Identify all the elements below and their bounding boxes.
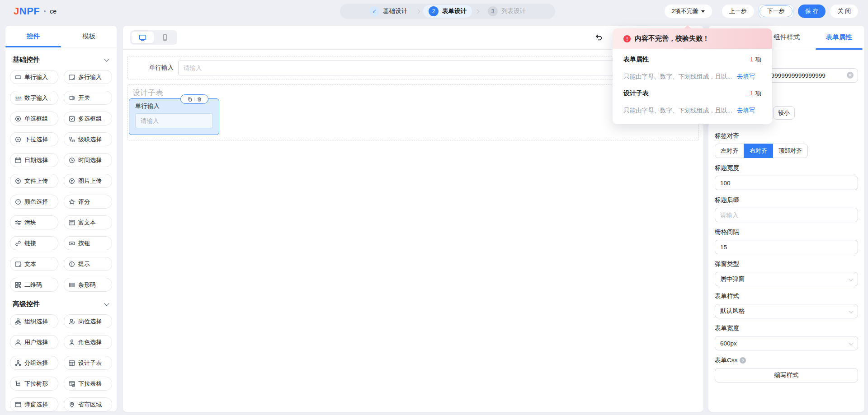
control-item-tree[interactable]: 下拉树形 bbox=[10, 377, 58, 391]
validation-group: 设计子表1项只能由字母、数字、下划线组成，且以...去填写 bbox=[623, 85, 761, 119]
control-item-button[interactable]: 按钮 bbox=[64, 236, 112, 250]
go-fill-link[interactable]: 去填写 bbox=[737, 73, 755, 81]
property-select[interactable]: 默认风格 bbox=[715, 304, 858, 318]
control-item-input[interactable]: 单行输入 bbox=[10, 70, 58, 84]
caret-down-icon bbox=[701, 10, 705, 13]
control-item-calendar[interactable]: 日期选择 bbox=[10, 153, 58, 167]
chevron-down-icon bbox=[849, 308, 854, 313]
step-2[interactable]: 2表单设计 bbox=[423, 5, 472, 18]
edit-css-button[interactable]: 编写样式 bbox=[715, 368, 858, 382]
property-select[interactable]: 600px bbox=[715, 336, 858, 350]
prev-step-button[interactable]: 上一步 bbox=[722, 5, 754, 18]
image-upload-icon bbox=[68, 177, 75, 185]
desktop-view-button[interactable] bbox=[132, 32, 154, 43]
textarea-icon bbox=[68, 74, 75, 81]
tab-form-properties[interactable]: 表单属性 bbox=[826, 26, 852, 49]
tree-icon bbox=[14, 380, 22, 387]
property-input[interactable] bbox=[715, 208, 858, 222]
control-item-number[interactable]: 123数字输入 bbox=[10, 91, 58, 105]
selected-subtable-field[interactable]: 单行输入 bbox=[129, 98, 219, 135]
control-item-clock[interactable]: 时间选择 bbox=[64, 153, 112, 167]
checkbox-icon bbox=[68, 115, 75, 122]
control-item-qrcode[interactable]: 二维码 bbox=[10, 278, 58, 292]
control-item-user[interactable]: 用户选择 bbox=[10, 335, 58, 349]
control-item-barcode[interactable]: 条形码 bbox=[64, 278, 112, 292]
validation-popup: ! 内容不完善，校验失败！ 表单属性1项只能由字母、数字、下划线组成，且以...… bbox=[613, 28, 772, 124]
control-item-group[interactable]: 分组选择 bbox=[10, 356, 58, 370]
control-item-upload[interactable]: 文件上传 bbox=[10, 174, 58, 188]
clock-icon bbox=[68, 157, 75, 164]
control-label: 富文本 bbox=[78, 219, 96, 227]
control-item-radio[interactable]: 单选框组 bbox=[10, 112, 58, 126]
control-label: 提示 bbox=[78, 260, 90, 268]
save-button[interactable]: 保 存 bbox=[798, 5, 826, 18]
control-item-image-upload[interactable]: 图片上传 bbox=[64, 174, 112, 188]
property-label: 标签对齐 bbox=[715, 132, 858, 140]
control-label: 文本 bbox=[24, 260, 36, 268]
control-item-checkbox[interactable]: 多选框组 bbox=[64, 112, 112, 126]
control-item-link[interactable]: 链接 bbox=[10, 236, 58, 250]
question-icon[interactable]: ? bbox=[740, 357, 746, 364]
next-step-button[interactable]: 下一步 bbox=[760, 5, 793, 17]
control-label: 日期选择 bbox=[24, 156, 48, 164]
mobile-view-button[interactable] bbox=[154, 32, 176, 43]
copy-icon[interactable] bbox=[185, 97, 194, 102]
section-header[interactable]: 基础控件 bbox=[13, 56, 108, 64]
tab-component-style[interactable]: 组件样式 bbox=[774, 26, 800, 49]
property-input[interactable] bbox=[715, 176, 858, 190]
sub-field-input[interactable] bbox=[135, 113, 213, 128]
validation-count: 1项 bbox=[750, 89, 761, 98]
tablet-icon bbox=[161, 34, 169, 41]
segment-option[interactable]: 顶部对齐 bbox=[773, 144, 808, 158]
control-label: 设计子表 bbox=[78, 359, 102, 367]
control-item-window[interactable]: 弹窗选择 bbox=[10, 397, 58, 411]
control-item-text[interactable]: 文本 bbox=[10, 257, 58, 271]
issues-dropdown-button[interactable]: 2项不完善 bbox=[665, 5, 712, 18]
control-item-map-pin[interactable]: 省市区域 bbox=[64, 397, 112, 411]
svg-text:123: 123 bbox=[15, 95, 21, 100]
property-select[interactable]: 居中弹窗 bbox=[715, 272, 858, 286]
property-label: 标题后缀 bbox=[715, 196, 858, 204]
slider-icon bbox=[14, 219, 22, 226]
control-item-textarea[interactable]: 多行输入 bbox=[64, 70, 112, 84]
go-fill-link[interactable]: 去填写 bbox=[737, 107, 755, 115]
control-item-richtext[interactable]: 富文本 bbox=[64, 215, 112, 229]
control-item-palette[interactable]: 颜色选择 bbox=[10, 195, 58, 209]
control-item-table-select[interactable]: 下拉表格 bbox=[64, 377, 112, 391]
control-label: 多选框组 bbox=[78, 115, 102, 123]
step-marker: 3 bbox=[488, 6, 498, 16]
validation-message: 只能由字母、数字、下划线组成，且以... bbox=[623, 107, 732, 115]
desktop-icon bbox=[139, 34, 146, 42]
tab-controls[interactable]: 控件 bbox=[5, 26, 61, 47]
control-item-select[interactable]: 下拉选择 bbox=[10, 132, 58, 146]
control-item-switch[interactable]: 开关 bbox=[64, 91, 112, 105]
control-item-star[interactable]: 评分 bbox=[64, 195, 112, 209]
input-icon bbox=[14, 74, 22, 81]
org-icon bbox=[14, 318, 22, 325]
control-item-role[interactable]: 角色选择 bbox=[64, 335, 112, 349]
step-1[interactable]: ✓基础设计 bbox=[364, 5, 413, 18]
undo-icon[interactable] bbox=[594, 33, 603, 42]
control-label: 省市区域 bbox=[78, 401, 102, 409]
control-item-subtable[interactable]: 设计子表 bbox=[64, 356, 112, 370]
control-item-cascade[interactable]: 级联选择 bbox=[64, 132, 112, 146]
section-header[interactable]: 高级控件 bbox=[13, 300, 108, 308]
window-icon bbox=[14, 401, 22, 408]
trash-icon[interactable] bbox=[195, 97, 204, 102]
control-item-org[interactable]: 组织选择 bbox=[10, 314, 58, 328]
control-label: 用户选择 bbox=[24, 338, 48, 346]
segment-option[interactable]: 左对齐 bbox=[715, 144, 744, 158]
chevron-right-icon bbox=[475, 9, 480, 14]
property-input[interactable] bbox=[715, 240, 858, 254]
control-item-slider[interactable]: 滑块 bbox=[10, 215, 58, 229]
close-button[interactable]: 关 闭 bbox=[830, 5, 858, 18]
size-small-button[interactable]: 较小 bbox=[773, 106, 795, 120]
control-item-info[interactable]: 提示 bbox=[64, 257, 112, 271]
error-icon: ! bbox=[623, 35, 631, 42]
sidebar-sections: 基础控件单行输入多行输入123数字输入开关单选框组多选框组下拉选择级联选择日期选… bbox=[5, 56, 117, 411]
top-bar: JNPF ce ✓基础设计2表单设计3列表设计 2项不完善 上一步 下一步 保 … bbox=[0, 0, 868, 22]
segment-option[interactable]: 右对齐 bbox=[744, 144, 773, 158]
control-item-post[interactable]: 岗位选择 bbox=[64, 314, 112, 328]
clear-icon[interactable]: ✕ bbox=[847, 72, 854, 79]
tab-templates[interactable]: 模板 bbox=[61, 26, 117, 47]
